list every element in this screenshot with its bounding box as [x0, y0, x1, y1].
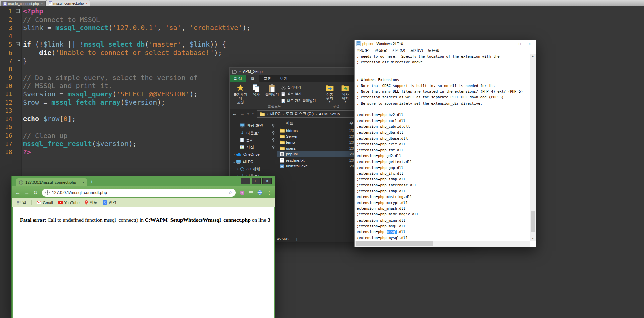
maximize-button[interactable]: □ — [515, 42, 524, 46]
scrollbar-thumb[interactable] — [531, 211, 535, 232]
tab-close-icon[interactable]: × — [82, 181, 84, 184]
new-tab-button[interactable]: + — [90, 179, 93, 184]
menu-item-2[interactable]: 서식(O) — [390, 48, 408, 53]
reload-button[interactable]: ↻ — [33, 190, 38, 196]
tab-close-icon[interactable]: × — [86, 2, 87, 5]
pin-icon — [272, 138, 275, 142]
close-button[interactable]: × — [525, 42, 534, 46]
minimize-button[interactable]: ─ — [241, 178, 250, 184]
ini-line: ;extension=php_fdf.dll — [355, 147, 530, 153]
menu-item-0[interactable]: 파일(F) — [355, 48, 372, 53]
ini-line: ;extension=php_imap.dll — [355, 176, 530, 182]
bookmark-translate[interactable]: 번역 — [103, 200, 116, 205]
browser-tab[interactable]: 127.0.0.1/mssql_connect.php × — [16, 178, 87, 186]
scroll-down-icon[interactable]: ▼ — [532, 236, 534, 241]
ribbon-copy-button[interactable]: 복사 — [248, 83, 264, 104]
cloud-icon — [236, 153, 241, 156]
copy-to-icon — [341, 84, 349, 92]
ribbon-copy-path-button[interactable]: 경로 복사 — [281, 91, 316, 97]
ribbon-pin-to-quick-access-button[interactable]: 즐겨찾기에 고정 — [232, 83, 248, 104]
sidebar-item-pictures[interactable]: 사진 — [230, 144, 277, 151]
fold-margin — [15, 32, 21, 40]
menu-item-3[interactable]: 보기(V) — [408, 48, 425, 53]
tab-close-icon[interactable]: × — [41, 2, 43, 5]
code-text: $row = mssql_fetch_array($version); — [21, 98, 165, 106]
ribbon-move-to-button[interactable]: 이동 위치▾ — [322, 83, 338, 104]
expand-chevron-icon[interactable]: › — [232, 153, 236, 156]
scroll-up-icon[interactable]: ▲ — [532, 54, 534, 58]
lines-icon[interactable] — [249, 191, 253, 195]
button-label: 복사 — [253, 93, 260, 96]
info-icon[interactable] — [45, 190, 50, 195]
bookmark-youtube[interactable]: YouTube — [58, 201, 80, 205]
ribbon-tab-other[interactable]: 공유 — [259, 75, 276, 82]
fold-margin — [15, 123, 21, 132]
close-button[interactable]: × — [262, 178, 272, 184]
address-bar[interactable]: 127.0.0.1/mssql_connect.php ☆ — [42, 189, 236, 197]
menu-item-1[interactable]: 편집(E) — [372, 48, 390, 53]
fold-line — [18, 49, 18, 57]
minimize-button[interactable]: ─ — [505, 42, 514, 46]
npp-doc-icon — [3, 2, 7, 6]
bookmark-maps[interactable]: 지도 — [85, 200, 97, 205]
ribbon-tab-home[interactable]: 홈 — [246, 75, 259, 82]
expand-chevron-icon[interactable]: › — [236, 167, 240, 171]
fold-collapse-icon[interactable] — [16, 42, 20, 46]
notepad-text-area[interactable]: ; needs to go here. Specify the location… — [355, 54, 530, 241]
sidebar-item-this-pc[interactable]: ⌄내 PC — [230, 158, 277, 165]
sidebar-item-documents[interactable]: 문서 — [230, 137, 277, 144]
notepad-menu-bar: 파일(F)편집(E)서식(O)보기(V)도움말 — [355, 47, 536, 54]
scrollbar-thumb[interactable] — [356, 241, 433, 246]
extension-icon[interactable] — [240, 190, 245, 195]
error-bold-text: Fatal error — [20, 217, 45, 223]
browser-menu-kebab-icon[interactable]: ⋮ — [267, 190, 272, 195]
quick-access-toolbar-dropdown-icon[interactable]: ▾ — [239, 70, 241, 73]
fold-margin — [15, 82, 21, 90]
sidebar-item-downloads[interactable]: 다운로드 — [230, 129, 277, 136]
breadcrumb-item[interactable]: APM_Setup — [319, 112, 340, 116]
error-text: on line — [251, 217, 268, 223]
vertical-scrollbar[interactable]: ▲ ▼ — [530, 54, 536, 241]
ribbon-paste-button[interactable]: 붙여넣기 — [264, 83, 280, 104]
chrome-window: 127.0.0.1/mssql_connect.php × + ─ □ × ← … — [12, 176, 275, 318]
maximize-button[interactable]: □ — [252, 178, 261, 184]
bookmark-apps[interactable]: 앱 — [17, 200, 26, 205]
bookmark-gmail[interactable]: Gmail — [37, 201, 53, 205]
txt-icon — [279, 158, 285, 163]
up-button[interactable]: ↑ — [252, 111, 254, 116]
editor-tab-oracle_connect.php[interactable]: oracle_connect.php× — [1, 1, 46, 6]
fold-collapse-icon[interactable] — [16, 9, 20, 13]
ribbon-tab-other[interactable]: 보기 — [276, 75, 292, 82]
copy-path-icon — [281, 92, 285, 96]
notepad-window: php.ini - Windows 메모장 ─ □ × 파일(F)편집(E)서식… — [354, 40, 536, 247]
ini-line: ;extension=php_curl.dll — [355, 118, 530, 124]
breadcrumb-item[interactable]: 내 PC — [270, 111, 281, 116]
ribbon-copy-to-button[interactable]: 복사 위치▾ — [338, 83, 354, 104]
notepad-title-bar[interactable]: php.ini - Windows 메모장 ─ □ × — [355, 40, 536, 47]
ribbon-cut-button[interactable]: 잘라내기 — [281, 84, 316, 90]
breadcrumb-item[interactable]: 로컬 디스크 (C:) — [286, 111, 314, 116]
sidebar-item-3d-objects[interactable]: ›3D 개체 — [230, 165, 277, 172]
code-line-3: 3$link = mssql_connect('127.0.0.1', 'sa'… — [0, 24, 644, 32]
back-button[interactable]: ← — [15, 190, 20, 195]
sidebar-item-onedrive[interactable]: ›OneDrive — [230, 151, 277, 158]
pin-star-icon — [236, 84, 245, 92]
history-dropdown-icon[interactable]: ▾ — [247, 112, 249, 116]
forward-button[interactable]: → — [24, 190, 29, 195]
ribbon-tab-file[interactable]: 파일 — [230, 75, 246, 82]
back-button[interactable]: ← — [232, 111, 237, 116]
column-header-name[interactable]: 이름 — [277, 121, 349, 126]
menu-item-4[interactable]: 도움말 — [425, 48, 442, 53]
horizontal-scrollbar[interactable] — [355, 241, 530, 247]
expand-chevron-icon[interactable]: ⌄ — [232, 160, 236, 164]
editor-tab-mssql_connect.php[interactable]: mssql_connect.php× — [46, 0, 90, 6]
sidebar-item-desktop[interactable]: 바탕 화면 — [230, 122, 277, 129]
file-name: users — [285, 146, 349, 150]
fold-margin — [15, 148, 21, 156]
ribbon-paste-shortcut-button[interactable]: 바로 가기 붙여넣기 — [281, 98, 316, 104]
bookmark-star-icon[interactable]: ☆ — [228, 190, 232, 195]
globe-icon[interactable] — [257, 190, 262, 195]
forward-button[interactable]: → — [240, 111, 244, 116]
sidebar-label: 다운로드 — [246, 131, 262, 136]
ini-line: ; extension folders as well as the separ… — [355, 94, 530, 100]
